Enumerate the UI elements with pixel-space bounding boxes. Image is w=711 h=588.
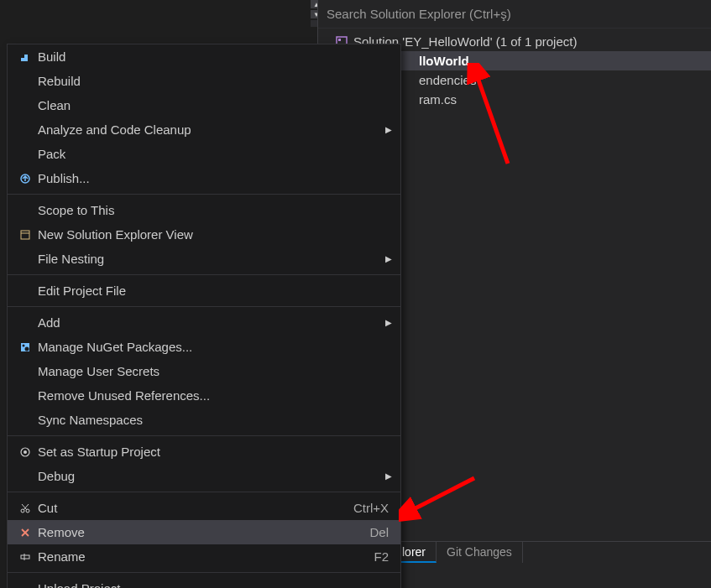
- menu-publish[interactable]: Publish...: [8, 166, 400, 190]
- menu-clean-label: Clean: [38, 98, 392, 112]
- menu-scope-label: Scope to This: [38, 203, 392, 217]
- blank-icon: [16, 469, 34, 484]
- menu-add[interactable]: Add ▶: [8, 310, 400, 335]
- tab-git-changes-label: Git Changes: [447, 545, 512, 559]
- menu-rename-label: Rename: [38, 549, 374, 564]
- blank-icon: [16, 252, 34, 267]
- svg-rect-2: [21, 58, 24, 61]
- publish-icon: [16, 171, 34, 186]
- search-input[interactable]: Search Solution Explorer (Ctrl+ş): [318, 0, 711, 29]
- blank-icon: [16, 122, 34, 138]
- menu-startup-label: Set as Startup Project: [38, 445, 392, 459]
- menu-edit-project[interactable]: Edit Project File: [8, 278, 400, 303]
- menu-pack-label: Pack: [38, 147, 392, 161]
- svg-rect-14: [21, 555, 29, 559]
- nuget-icon: [16, 340, 34, 355]
- menu-build-label: Build: [38, 49, 392, 64]
- menu-unload-label: Unload Project: [38, 581, 392, 588]
- menu-cut[interactable]: Cut Ctrl+X: [8, 496, 400, 520]
- menu-separator: [8, 194, 400, 195]
- menu-debug-label: Debug: [38, 469, 380, 483]
- svg-rect-3: [24, 55, 28, 61]
- blank-icon: [16, 147, 34, 162]
- menu-remove-refs[interactable]: Remove Unused References...: [8, 383, 400, 408]
- menu-startup[interactable]: Set as Startup Project: [8, 440, 400, 464]
- menu-cut-label: Cut: [38, 501, 353, 515]
- menu-remove-refs-label: Remove Unused References...: [38, 388, 392, 403]
- menu-build[interactable]: Build: [8, 44, 400, 69]
- menu-new-view[interactable]: New Solution Explorer View: [8, 222, 400, 247]
- svg-rect-1: [338, 39, 341, 41]
- menu-sync-ns-label: Sync Namespaces: [38, 413, 392, 427]
- blank-icon: [16, 388, 34, 403]
- menu-debug[interactable]: Debug ▶: [8, 464, 400, 488]
- menu-nuget-label: Manage NuGet Packages...: [38, 340, 392, 354]
- svg-point-8: [23, 344, 25, 346]
- svg-rect-5: [21, 231, 29, 239]
- cut-icon: [16, 501, 34, 516]
- context-menu: Build Rebuild Clean Analyze and Code Cle…: [7, 44, 401, 588]
- blank-icon: [16, 203, 34, 218]
- menu-separator: [8, 492, 400, 492]
- menu-rename-shortcut: F2: [374, 549, 389, 564]
- menu-file-nesting[interactable]: File Nesting ▶: [8, 247, 400, 271]
- menu-separator: [8, 435, 400, 436]
- tab-git-changes[interactable]: Git Changes: [437, 542, 523, 563]
- new-view-icon: [16, 227, 34, 242]
- menu-rebuild-label: Rebuild: [38, 74, 392, 88]
- build-icon: [16, 49, 34, 65]
- menu-user-secrets-label: Manage User Secrets: [38, 364, 392, 378]
- menu-rename[interactable]: Rename F2: [8, 544, 400, 569]
- menu-remove-label: Remove: [38, 525, 369, 539]
- svg-point-9: [25, 346, 29, 351]
- menu-cut-shortcut: Ctrl+X: [353, 501, 389, 515]
- chevron-right-icon: ▶: [380, 471, 392, 481]
- menu-sync-ns[interactable]: Sync Namespaces: [8, 408, 400, 432]
- chevron-right-icon: ▶: [380, 125, 392, 134]
- menu-separator: [8, 306, 400, 307]
- menu-file-nesting-label: File Nesting: [38, 252, 380, 266]
- svg-point-11: [24, 450, 27, 454]
- blank-icon: [16, 98, 34, 113]
- menu-remove[interactable]: Remove Del: [8, 520, 400, 544]
- blank-icon: [16, 284, 34, 299]
- chevron-right-icon: ▶: [380, 318, 392, 327]
- blank-icon: [16, 364, 34, 379]
- menu-analyze[interactable]: Analyze and Code Cleanup ▶: [8, 117, 400, 142]
- menu-rebuild[interactable]: Rebuild: [8, 69, 400, 93]
- startup-icon: [16, 445, 34, 460]
- menu-edit-project-label: Edit Project File: [38, 284, 392, 298]
- menu-scope[interactable]: Scope to This: [8, 198, 400, 222]
- blank-icon: [16, 413, 34, 428]
- menu-unload[interactable]: Unload Project: [8, 576, 400, 588]
- blank-icon: [16, 315, 34, 330]
- rename-icon: [16, 549, 34, 565]
- menu-analyze-label: Analyze and Code Cleanup: [38, 122, 380, 137]
- menu-publish-label: Publish...: [38, 171, 392, 185]
- menu-pack[interactable]: Pack: [8, 142, 400, 166]
- blank-icon: [16, 74, 34, 89]
- remove-icon: [16, 525, 34, 540]
- blank-icon: [16, 581, 34, 589]
- tab-solution-explorer-label: lorer: [402, 545, 426, 559]
- menu-nuget[interactable]: Manage NuGet Packages...: [8, 335, 400, 359]
- menu-remove-shortcut: Del: [369, 525, 389, 539]
- menu-separator: [8, 572, 400, 573]
- chevron-right-icon: ▶: [380, 254, 392, 263]
- menu-user-secrets[interactable]: Manage User Secrets: [8, 359, 400, 383]
- menu-new-view-label: New Solution Explorer View: [38, 227, 392, 242]
- menu-add-label: Add: [38, 315, 380, 330]
- menu-clean[interactable]: Clean: [8, 93, 400, 117]
- menu-separator: [8, 274, 400, 275]
